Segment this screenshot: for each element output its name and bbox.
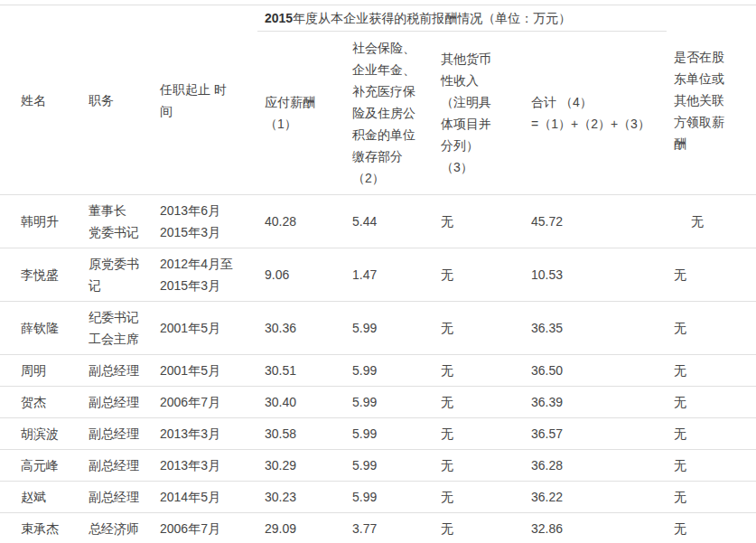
cell-position: 副总经理 <box>81 482 153 513</box>
cell-salary: 30.58 <box>257 418 345 450</box>
cell-other-income: 无 <box>434 513 524 543</box>
cell-related: 无 <box>667 195 756 248</box>
cell-position: 董事长 党委书记 <box>81 195 153 248</box>
cell-term: 2006年7月 <box>153 513 257 543</box>
cell-related: 无 <box>667 513 756 543</box>
cell-total: 36.22 <box>524 482 667 513</box>
cell-related: 无 <box>667 387 756 418</box>
table-row: 周明副总经理2001年5月30.515.99无36.50无 <box>0 355 756 387</box>
cell-other-income: 无 <box>434 248 524 302</box>
cell-related: 无 <box>667 355 756 387</box>
column-header-other-income: 其他货币 性收入 （注明具 体项目并 分列） （3） <box>434 32 524 195</box>
table-row: 束承杰总经济师2006年7月29.093.77无32.86无 <box>0 513 756 543</box>
cell-insurance: 5.99 <box>345 355 434 387</box>
cell-total: 10.53 <box>524 248 667 302</box>
cell-insurance: 1.47 <box>345 248 434 302</box>
cell-name: 赵斌 <box>0 482 81 513</box>
table-row: 胡滨波副总经理2013年3月30.585.99无36.57无 <box>0 418 756 450</box>
column-header-salary-payable: 应付薪酬 （1） <box>257 32 345 195</box>
cell-salary: 30.36 <box>257 302 345 355</box>
cell-term: 2001年5月 <box>153 302 257 355</box>
cell-other-income: 无 <box>434 355 524 387</box>
column-header-term: 任职起止 时 间 <box>153 5 257 195</box>
cell-term: 2013年3月 <box>153 450 257 482</box>
table-row: 韩明升董事长 党委书记2013年6月 2015年3月40.285.44无45.7… <box>0 195 756 248</box>
column-header-name: 姓名 <box>0 5 81 195</box>
column-header-total: 合计 （4） =（1）+（2）+（3） <box>524 32 667 195</box>
cell-total: 36.39 <box>524 387 667 418</box>
merged-header-year: 2015 <box>265 11 293 25</box>
table-row: 高元峰副总经理2013年3月30.295.99无36.28无 <box>0 450 756 482</box>
cell-term: 2012年4月至 2015年3月 <box>153 248 257 302</box>
cell-other-income: 无 <box>434 387 524 418</box>
cell-related: 无 <box>667 418 756 450</box>
cell-insurance: 3.77 <box>345 513 434 543</box>
cell-other-income: 无 <box>434 195 524 248</box>
table-header: 姓名 职务 任职起止 时 间 2015年度从本企业获得的税前报酬情况（单位：万元… <box>0 5 756 195</box>
cell-other-income: 无 <box>434 302 524 355</box>
compensation-disclosure-page: 姓名 职务 任职起止 时 间 2015年度从本企业获得的税前报酬情况（单位：万元… <box>0 0 756 543</box>
cell-salary: 29.09 <box>257 513 345 543</box>
merged-header-title-rest: 年度从本企业获得的税前报酬情况（单位：万元） <box>293 11 571 25</box>
column-header-insurance-contrib: 社会保险、 企业年金、 补充医疗保 险及住房公 积金的单位 缴存部分 （2） <box>345 32 434 195</box>
cell-name: 周明 <box>0 355 81 387</box>
cell-position: 副总经理 <box>81 355 153 387</box>
cell-name: 薛钦隆 <box>0 302 81 355</box>
cell-other-income: 无 <box>434 482 524 513</box>
cell-insurance: 5.99 <box>345 482 434 513</box>
cell-insurance: 5.44 <box>345 195 434 248</box>
cell-salary: 30.29 <box>257 450 345 482</box>
cell-related: 无 <box>667 248 756 302</box>
table-row: 薛钦隆纪委书记 工会主席2001年5月30.365.99无36.35无 <box>0 302 756 355</box>
cell-total: 32.86 <box>524 513 667 543</box>
table-row: 李悦盛原党委书 记2012年4月至 2015年3月9.061.47无10.53无 <box>0 248 756 302</box>
cell-position: 副总经理 <box>81 387 153 418</box>
cell-term: 2014年5月 <box>153 482 257 513</box>
cell-position: 总经济师 <box>81 513 153 543</box>
cell-salary: 30.51 <box>257 355 345 387</box>
cell-name: 贺杰 <box>0 387 81 418</box>
cell-salary: 9.06 <box>257 248 345 302</box>
cell-position: 纪委书记 工会主席 <box>81 302 153 355</box>
cell-other-income: 无 <box>434 418 524 450</box>
cell-other-income: 无 <box>434 450 524 482</box>
cell-salary: 30.40 <box>257 387 345 418</box>
cell-name: 高元峰 <box>0 450 81 482</box>
column-header-position: 职务 <box>81 5 153 195</box>
cell-name: 韩明升 <box>0 195 81 248</box>
cell-total: 36.57 <box>524 418 667 450</box>
cell-term: 2001年5月 <box>153 355 257 387</box>
cell-insurance: 5.99 <box>345 302 434 355</box>
cell-position: 副总经理 <box>81 450 153 482</box>
cell-salary: 40.28 <box>257 195 345 248</box>
table-body: 韩明升董事长 党委书记2013年6月 2015年3月40.285.44无45.7… <box>0 195 756 543</box>
cell-total: 36.35 <box>524 302 667 355</box>
merged-header-pretax-compensation: 2015年度从本企业获得的税前报酬情况（单位：万元） <box>257 5 667 32</box>
cell-position: 原党委书 记 <box>81 248 153 302</box>
cell-term: 2006年7月 <box>153 387 257 418</box>
cell-insurance: 5.99 <box>345 450 434 482</box>
cell-name: 李悦盛 <box>0 248 81 302</box>
cell-term: 2013年6月 2015年3月 <box>153 195 257 248</box>
cell-salary: 30.23 <box>257 482 345 513</box>
table-row: 贺杰副总经理2006年7月30.405.99无36.39无 <box>0 387 756 418</box>
cell-total: 45.72 <box>524 195 667 248</box>
column-header-related-party-pay: 是否在股 东单位或 其他关联 方领取薪 酬 <box>667 5 756 195</box>
compensation-table: 姓名 职务 任职起止 时 间 2015年度从本企业获得的税前报酬情况（单位：万元… <box>0 5 756 543</box>
cell-name: 束承杰 <box>0 513 81 543</box>
header-row-merged: 姓名 职务 任职起止 时 间 2015年度从本企业获得的税前报酬情况（单位：万元… <box>0 5 756 32</box>
cell-related: 无 <box>667 482 756 513</box>
cell-related: 无 <box>667 450 756 482</box>
cell-name: 胡滨波 <box>0 418 81 450</box>
cell-related: 无 <box>667 302 756 355</box>
cell-total: 36.28 <box>524 450 667 482</box>
cell-insurance: 5.99 <box>345 418 434 450</box>
cell-position: 副总经理 <box>81 418 153 450</box>
cell-total: 36.50 <box>524 355 667 387</box>
table-row: 赵斌副总经理2014年5月30.235.99无36.22无 <box>0 482 756 513</box>
cell-term: 2013年3月 <box>153 418 257 450</box>
cell-insurance: 5.99 <box>345 387 434 418</box>
